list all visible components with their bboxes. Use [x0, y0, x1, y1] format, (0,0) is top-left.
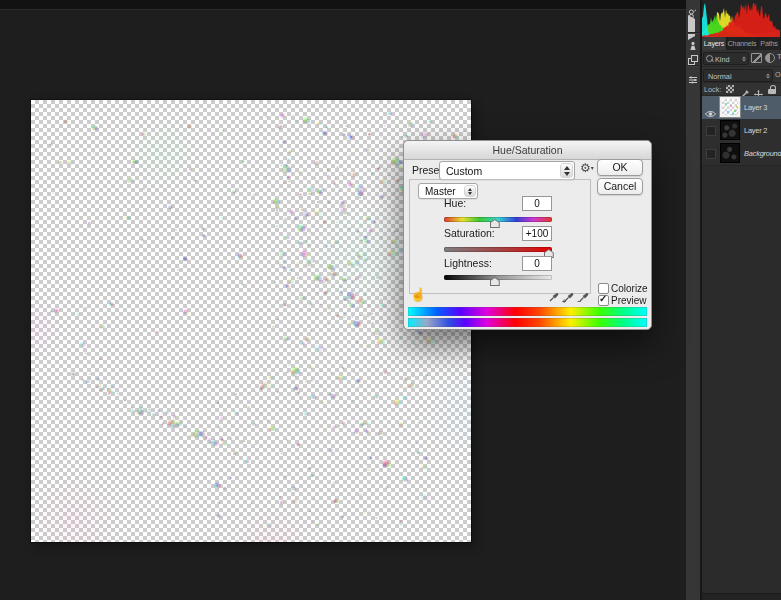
styles-panel-icon[interactable] — [688, 37, 698, 47]
saturation-slider[interactable] — [444, 247, 552, 252]
dialog-title: Hue/Saturation — [404, 141, 651, 160]
layer-row-layer-3[interactable]: Layer 3 — [702, 96, 781, 120]
eyedropper-plus-icon[interactable]: + — [563, 291, 576, 303]
dropdown-arrows-icon — [766, 73, 770, 78]
lock-label: Lock: — [704, 85, 721, 94]
lock-row: Lock: — [702, 83, 781, 96]
layer-name[interactable]: Layer 2 — [744, 119, 767, 142]
pixel-layer-filter-icon[interactable] — [751, 53, 762, 63]
actions-panel-icon[interactable] — [688, 19, 698, 29]
ok-button[interactable]: OK — [597, 159, 643, 176]
right-panel: Layers Channels Paths Kind T Normal O Lo… — [702, 0, 781, 600]
eyedropper-minus-icon[interactable]: − — [578, 291, 591, 303]
targeted-adjustment-icon[interactable]: ☝ — [410, 287, 426, 302]
preset-dropdown[interactable]: Custom — [439, 161, 575, 180]
blend-mode-value: Normal — [708, 71, 732, 80]
lock-position-icon[interactable] — [754, 85, 763, 94]
saturation-input[interactable] — [522, 226, 552, 241]
histogram-panel — [702, 0, 781, 38]
hue-spectrum-bar-original — [408, 307, 647, 316]
colorize-label: Colorize — [611, 283, 648, 294]
lightness-slider-handle[interactable] — [490, 277, 500, 286]
panel-tabbar: Layers Channels Paths — [702, 37, 781, 50]
properties-panel-icon[interactable] — [688, 71, 698, 81]
adjustment-layer-filter-icon[interactable] — [765, 53, 775, 63]
layer-row-layer-2[interactable]: Layer 2 — [702, 119, 781, 143]
layer-filter-row: Kind T — [702, 50, 781, 67]
lightness-input[interactable] — [522, 256, 552, 271]
lock-all-icon[interactable] — [768, 85, 776, 94]
blend-mode-dropdown[interactable]: Normal — [703, 69, 773, 82]
tab-channels[interactable]: Channels — [727, 37, 758, 50]
hue-saturation-dialog: Hue/Saturation Preset: Custom ⚙▾ OK Canc… — [403, 140, 652, 330]
histogram-graph — [702, 0, 781, 37]
hue-spectrum-bar-adjusted — [408, 318, 647, 327]
cancel-button[interactable]: Cancel — [597, 178, 643, 195]
blend-mode-row: Normal O — [702, 67, 781, 83]
dropdown-arrows-icon — [465, 186, 475, 196]
app-top-bar — [0, 0, 781, 10]
collapsed-panels-strip — [686, 0, 700, 600]
type-layer-filter-icon[interactable]: T — [777, 52, 781, 61]
lock-transparency-icon[interactable] — [726, 85, 734, 93]
tab-paths[interactable]: Paths — [758, 37, 781, 50]
layer-thumbnail[interactable] — [720, 143, 740, 163]
search-icon — [706, 55, 713, 62]
tab-layers[interactable]: Layers — [702, 37, 727, 50]
visibility-toggle-empty[interactable] — [706, 149, 716, 159]
hue-label: Hue: — [444, 197, 466, 209]
eyedropper-icon[interactable] — [548, 291, 561, 303]
layer-row-background[interactable]: Background — [702, 142, 781, 166]
preset-value: Custom — [446, 165, 482, 177]
layer-thumbnail[interactable] — [720, 97, 740, 117]
photoshop-workspace: Hue/Saturation Preset: Custom ⚙▾ OK Canc… — [0, 0, 781, 600]
hue-input[interactable] — [522, 196, 552, 211]
strip-divider — [687, 65, 699, 66]
preview-label: Preview — [611, 295, 647, 306]
gear-icon[interactable]: ⚙▾ — [580, 161, 594, 175]
dropdown-arrows-icon — [742, 56, 746, 61]
filter-kind-dropdown[interactable]: Kind — [703, 52, 749, 65]
strip-divider — [687, 32, 699, 33]
lightness-slider[interactable] — [444, 275, 552, 280]
panel-bottom-edge — [702, 593, 781, 600]
clone-source-panel-icon[interactable] — [688, 5, 698, 15]
filter-kind-value: Kind — [715, 54, 730, 63]
preview-checkbox[interactable] — [598, 295, 609, 306]
hue-slider[interactable] — [444, 217, 552, 222]
dropdown-arrows-icon — [561, 164, 572, 177]
opacity-label-partial: O — [775, 70, 781, 79]
lock-pixels-icon[interactable] — [740, 85, 749, 94]
channel-value: Master — [425, 186, 456, 197]
layer-thumbnail[interactable] — [720, 120, 740, 140]
lightness-label: Lightness: — [444, 257, 492, 269]
layer-name[interactable]: Background — [744, 142, 781, 165]
visibility-toggle-empty[interactable] — [706, 126, 716, 136]
saturation-label: Saturation: — [444, 227, 495, 239]
layer-comps-panel-icon[interactable] — [688, 51, 698, 61]
layer-name[interactable]: Layer 3 — [744, 96, 767, 119]
